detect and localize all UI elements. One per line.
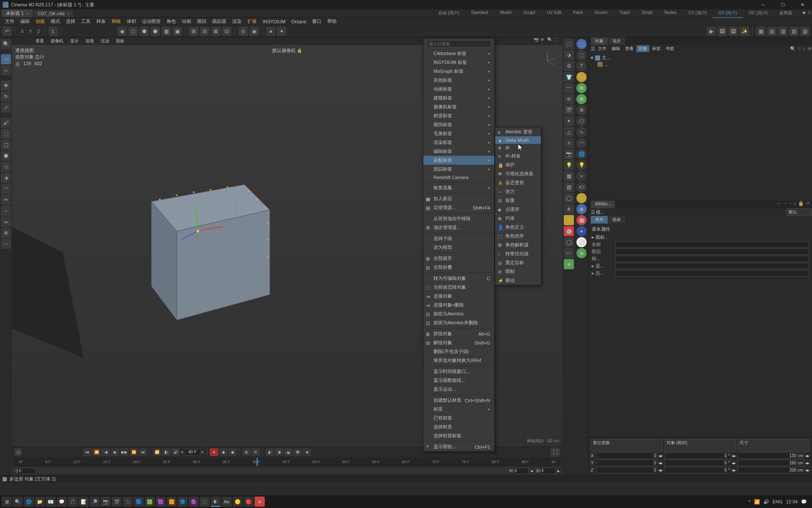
vp-view[interactable]: 查看 (33, 38, 47, 44)
ctx-showmo[interactable]: 显示运动... (423, 385, 494, 394)
snap6-button[interactable]: ▣ (173, 27, 182, 36)
lock-axis-button[interactable]: L (49, 27, 58, 36)
snap-button[interactable]: ◉ (118, 27, 127, 36)
close-icon[interactable]: × (67, 11, 69, 16)
task-app2[interactable]: 💬 (57, 497, 67, 507)
sub-pcache[interactable]: ◈点缓存 (495, 205, 541, 214)
object-tree[interactable]: ▾ 立... ... (588, 52, 812, 74)
layout-sculpt[interactable]: Sculpt (518, 9, 541, 18)
vp-cam-icon[interactable]: 📷 (534, 37, 540, 43)
vp-options[interactable]: 选项 (83, 38, 96, 44)
obj-white[interactable]: ⬜ (576, 237, 587, 247)
tab-objects[interactable]: 对象 (591, 37, 608, 45)
nav-up[interactable]: ↑ (790, 201, 792, 208)
ctx-track[interactable]: 跟踪标签 (423, 165, 494, 174)
menu-anim[interactable]: 动画 (179, 18, 194, 25)
task-app6[interactable]: 📷 (101, 497, 111, 507)
ctx-insydium[interactable]: INSYDIUM 标签 (423, 58, 494, 67)
layout-track[interactable]: Track (614, 9, 636, 18)
menu-render[interactable]: 渲染 (230, 18, 244, 25)
ctx-colall[interactable]: ⊟全部折叠 (423, 263, 494, 272)
ctx-restore[interactable]: 恢复选集 (423, 183, 494, 192)
task-edge[interactable]: 🌐 (24, 497, 34, 507)
menu-select[interactable]: 选择 (63, 18, 78, 25)
tl-start[interactable]: ⏮ (83, 448, 91, 456)
scl-x[interactable] (738, 453, 804, 459)
obj-wave[interactable]: ≈ (576, 171, 587, 181)
sub-constraint[interactable]: ⊗约束 (495, 214, 541, 223)
sub-ikspline[interactable]: ∿IK-样条 (495, 152, 541, 160)
sub-vpriority[interactable]: ↕转变优先级 (495, 249, 541, 258)
prim-joint[interactable]: ⋔ (564, 204, 574, 214)
ctx-rig[interactable]: 装配标签 (423, 156, 494, 165)
workplane4[interactable]: ⊡ (222, 27, 231, 36)
pos-x[interactable] (596, 453, 658, 459)
prim-generator[interactable]: ⚙ (564, 61, 574, 71)
prim-rec[interactable]: ⬤ (564, 226, 574, 236)
rect-select[interactable]: ▢ (1, 140, 11, 150)
live-select[interactable]: ⬚ (1, 129, 11, 139)
render-settings[interactable]: ✨ (740, 27, 749, 36)
vp-move-icon[interactable]: ✥ (540, 37, 546, 43)
ctx-selmat[interactable]: 选择材质 (423, 422, 494, 431)
ctx-delnc[interactable]: 删除(不包含子级) (423, 347, 494, 356)
ctx-script[interactable]: 编辑标签 (423, 147, 494, 156)
render-pic1[interactable]: 🖼 (718, 27, 727, 36)
prim-field[interactable]: ≋ (564, 94, 574, 104)
pos-z[interactable] (596, 467, 658, 473)
ctx-material[interactable]: 材质 (423, 405, 494, 414)
task-app17[interactable]: 🔴 (244, 497, 254, 507)
select-tool[interactable]: ▭ (1, 54, 11, 64)
obj-null[interactable]: ◯ (576, 39, 587, 49)
coord-rel[interactable]: 对象 (相对) (664, 439, 736, 452)
task-rec[interactable]: ● (255, 497, 265, 507)
om-object[interactable]: 对象 (636, 45, 649, 52)
weld[interactable]: ⊕ (1, 228, 11, 238)
ctx-addlayer[interactable]: ▦加入新层 (423, 194, 494, 203)
task-app4[interactable]: 📝 (79, 497, 89, 507)
menu-icon[interactable]: ☰ (591, 46, 595, 52)
attr-layer-field[interactable] (615, 248, 809, 255)
prim-ring[interactable]: ◯ (564, 193, 574, 203)
obj-gear[interactable]: ⚙ (576, 105, 587, 115)
snap4-button[interactable]: ⬣ (151, 27, 160, 36)
ctx-c4doctane[interactable]: C4doctane 标签 (423, 49, 494, 58)
rs5[interactable]: ▨ (800, 27, 809, 36)
ctx-conndel[interactable]: ⫘连接对象+删除 (423, 301, 494, 309)
tl-sound[interactable]: 🔊 (171, 448, 180, 456)
rs3[interactable]: ▥ (778, 27, 787, 36)
vp-max-icon[interactable]: ⛶ (554, 37, 560, 43)
prim-light[interactable]: 💡 (564, 160, 574, 170)
axis-z[interactable]: Z (36, 29, 42, 34)
house-icon[interactable]: ⌂ (803, 46, 806, 52)
coord-scale[interactable]: 尺寸 (738, 439, 809, 452)
tray-vol[interactable]: 🔊 (763, 499, 769, 505)
sub-protect[interactable]: 🔒保护 (495, 160, 541, 169)
start-button[interactable]: ⊞ (2, 497, 12, 507)
ctx-sim[interactable]: 模拟标签 (423, 120, 494, 129)
task-search[interactable]: 🔍 (13, 497, 23, 507)
move-tool[interactable]: ✥ (1, 80, 11, 91)
render-view[interactable]: ▶ (707, 27, 716, 36)
vp-panel[interactable]: 面板 (113, 38, 127, 44)
ctx-anim[interactable]: 动画标签 (423, 85, 494, 94)
prim-cube[interactable]: ⬚ (564, 39, 574, 49)
tray-up[interactable]: ^ (748, 499, 750, 504)
menu-window[interactable]: 窗口 (310, 18, 324, 25)
obj-cube[interactable]: ⬚ (576, 50, 587, 60)
ctx-newmat[interactable]: 创建默认材质Ctrl+Shift+N (423, 396, 494, 405)
tl-pos[interactable]: ⊕ (242, 448, 251, 456)
current-frame[interactable] (184, 449, 201, 456)
maximize-button[interactable]: ☐ (773, 0, 793, 9)
attr-hl-field[interactable] (615, 270, 809, 276)
ctx-hair[interactable]: 毛发标签 (423, 129, 494, 138)
rot-y[interactable] (664, 460, 731, 466)
task-app9[interactable]: 🟦 (134, 497, 144, 507)
obj-blue[interactable]: ◉ (576, 204, 587, 214)
tl-autokey[interactable]: ◉ (228, 448, 237, 456)
layout-nodes[interactable]: Nodes (658, 9, 683, 18)
nav-fwd[interactable]: → (783, 201, 788, 208)
ctx-connect[interactable]: ⫘连接对象 (423, 292, 494, 301)
task-app15[interactable]: ⬛ (200, 497, 210, 507)
menu-mesh[interactable]: 网格 (109, 18, 123, 25)
